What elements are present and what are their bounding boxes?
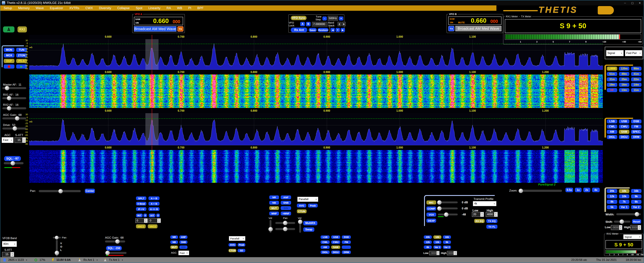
vfo-sync-button[interactable]: VFO Sync (291, 16, 306, 20)
rx2-mode-fm-button[interactable]: FM (342, 241, 351, 244)
rx2-sql-button[interactable]: SQL:-150 (106, 246, 122, 251)
width-slider[interactable] (616, 213, 641, 215)
spinner-arrows-icon[interactable]: ▲▼ (638, 225, 641, 230)
rx1-nb-button[interactable]: NB (269, 201, 279, 205)
rit-zero-button[interactable]: 0 (143, 214, 147, 217)
menu-memory[interactable]: Memory (18, 6, 30, 10)
rx2-low-spinner[interactable]: -9000▲▼ (429, 251, 440, 255)
vfo-a-band-text[interactable]: Broadcast AM Med Wave (134, 26, 176, 32)
rx1-snb-button[interactable]: SNB (281, 201, 291, 205)
band-31m-button[interactable]: 31m (607, 77, 617, 81)
rx1-ctun-button[interactable]: CTUN (297, 209, 306, 213)
menu-wave[interactable]: Wave (36, 6, 44, 10)
rx1-anf-button[interactable]: ANF (281, 195, 291, 199)
rx2-meter-select[interactable]: Signal∨ (623, 235, 642, 239)
rx2-mode-digu-button[interactable]: DIGU (331, 251, 340, 254)
rx2-mode-dsb-button[interactable]: DSB (342, 236, 351, 239)
rx2-sd-button[interactable]: SD (238, 249, 245, 252)
rx2-filter-var2-button[interactable]: Var 2 (443, 246, 451, 249)
rx2-agc-gain-slider[interactable] (105, 241, 125, 243)
band-13m-button[interactable]: 13m (619, 88, 629, 92)
zoom-slider[interactable] (519, 190, 562, 192)
multirx-button[interactable]: MultiRX (303, 221, 317, 225)
rx2-filter-20k-button[interactable]: 20k (424, 236, 432, 239)
spinner-arrows-icon[interactable]: ▲▼ (436, 251, 439, 255)
pan-slider[interactable] (39, 190, 81, 192)
spinner-arrows-icon[interactable]: ▲▼ (10, 252, 14, 257)
rx2-filter-var1-button[interactable]: Var 1 (433, 246, 442, 249)
band-prev-button[interactable]: ◀ (330, 28, 335, 32)
spinner-arrows-icon[interactable]: ▲▼ (494, 212, 498, 217)
rx-eq-button[interactable]: RX EQ (474, 219, 485, 223)
rx2-mode-cwu-button[interactable]: CWU (331, 241, 340, 244)
rx2-nb-button[interactable]: NB (170, 241, 178, 244)
menu-wb[interactable]: WB (177, 6, 182, 10)
menu-cwx[interactable]: CWX (86, 6, 93, 10)
rx1-avg-button[interactable]: AVG (297, 204, 306, 208)
rx2-tuned-line[interactable] (152, 109, 152, 145)
vac2-button[interactable]: VAC2 (148, 224, 158, 228)
mode-am-button[interactable]: AM (607, 130, 617, 134)
vox-button[interactable]: VOX (426, 213, 436, 217)
vfo-a-tx-button[interactable]: TX (177, 26, 184, 32)
dup-button[interactable]: DUP (4, 59, 14, 63)
vfo-a-display[interactable]: SAM 18k 0.660 000 (134, 17, 183, 25)
rx2-mode-blank-button[interactable] (342, 246, 351, 249)
zero-beat-button[interactable]: 0 Beat (136, 202, 146, 206)
rx2-mode-drm-button[interactable]: DRM (342, 251, 351, 254)
rx1-waterfall-tuned-line[interactable] (152, 70, 152, 108)
vox-slider[interactable] (438, 214, 458, 215)
tx-high-spinner[interactable]: 4000▲▼ (486, 212, 498, 217)
mic-slider[interactable] (438, 202, 458, 203)
rx1-display-mode-select[interactable]: Panafall∨ (297, 197, 318, 202)
filter-18k-button[interactable]: 18k (619, 189, 629, 193)
menu-setup[interactable]: Setup (4, 6, 12, 10)
dexp-button[interactable]: DEXP (426, 219, 436, 223)
filter-5k-button[interactable]: 5k (607, 205, 617, 209)
rx2-anf-button[interactable]: ANF (180, 236, 188, 239)
zoom-1x-button[interactable]: 1x (575, 188, 582, 192)
tx-ant-status[interactable]: Tx Ant 1 (109, 258, 120, 262)
swap-button[interactable]: Swap (303, 227, 314, 232)
band-22m-button[interactable]: 22m (631, 77, 642, 81)
band-90m-button[interactable]: 90m (631, 67, 642, 71)
if-to-v-button[interactable]: IF->V (136, 207, 146, 211)
rx2-mini-pan-slider[interactable] (53, 237, 61, 239)
rx1-nr-button[interactable]: NR (269, 195, 279, 199)
rx2-waterfall-tuned-line[interactable] (152, 146, 152, 183)
filter-var1-button[interactable]: Var 1 (619, 205, 629, 209)
filter-6k-button[interactable]: 6k (631, 200, 642, 204)
vfo-a-frequency[interactable]: 0.660 (153, 17, 169, 24)
rx2-agc-select[interactable]: Fast∨ (178, 251, 189, 255)
record-button[interactable] (4, 64, 14, 69)
spinner-arrows-icon[interactable]: ▲▼ (454, 251, 457, 255)
filter-low-spinner[interactable]: -9000▲▼ (611, 225, 622, 230)
zoom-2x-button[interactable]: 2x (583, 188, 590, 192)
vfo-lock-a-button[interactable]: A (300, 22, 305, 26)
band-49m-button[interactable]: 49m (619, 72, 629, 76)
rx1-pan-slider[interactable] (275, 222, 295, 224)
rx2-snb-button[interactable]: SNB (180, 241, 188, 244)
mode-usb-button[interactable]: USB (619, 119, 629, 123)
rx2-satt-spinner[interactable]: 15▲▼ (2, 252, 14, 257)
spinner-arrows-icon[interactable]: ▲▼ (144, 219, 148, 223)
mox-button[interactable]: MOX (4, 53, 14, 57)
rx2-mode-am-button[interactable]: AM (320, 246, 330, 249)
tx-fl-button[interactable]: TX FL (486, 225, 498, 229)
band-hf-button[interactable]: HF (607, 88, 617, 92)
apache-button[interactable] (3, 26, 14, 32)
mode-cwu-button[interactable]: CWU (619, 125, 629, 129)
rx2-high-spinner[interactable]: 9000▲▼ (447, 251, 457, 255)
menu-ra[interactable]: RA (166, 6, 171, 10)
master-af-slider[interactable] (2, 87, 26, 89)
rx2-af-slider[interactable] (2, 107, 26, 109)
rx2-filter-18k-button[interactable]: 18k (433, 236, 442, 239)
rx2-filter-8k-button[interactable]: 8k (424, 246, 432, 249)
menu-pi[interactable]: PI (188, 6, 191, 10)
band-down-button[interactable]: ▼ (336, 28, 340, 32)
mode-lsb-button[interactable]: LSB (607, 119, 617, 123)
xit-spinner[interactable]: 0▲▼ (148, 218, 161, 223)
rx1-tuned-line[interactable] (152, 35, 152, 70)
rx-ant-status[interactable]: Rx Ant 1 (84, 258, 94, 262)
a-to-b-button[interactable]: A > B (148, 196, 160, 200)
